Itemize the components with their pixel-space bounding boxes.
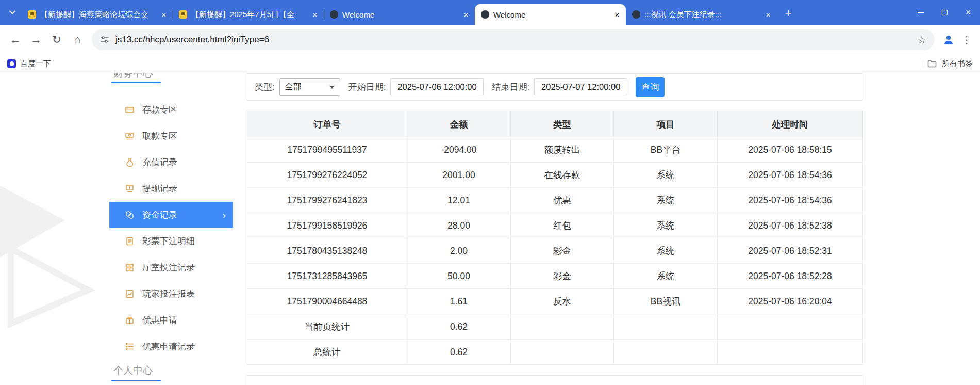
browser-tab[interactable]: :::视讯 会员下注纪录:::× (626, 4, 777, 25)
table-row: 175179927624182312.01优惠系统2025-07-06 18:5… (247, 188, 863, 213)
person-icon (942, 34, 955, 46)
records-table: 订单号金额类型项目处理时间1751799495511937-2094.00额度转… (247, 111, 863, 365)
profile-avatar[interactable] (939, 30, 958, 50)
table-cell: 50.00 (407, 264, 511, 289)
sidebar-item-promo-record[interactable]: 优惠申请记录 (109, 333, 233, 360)
sidebar-item-withdrawal-record[interactable]: 提现记录 (109, 175, 233, 202)
table-cell: 2025-07-06 16:20:04 (718, 289, 863, 314)
forward-button[interactable]: → (26, 29, 46, 50)
site-favicon-icon (330, 10, 338, 19)
table-cell: 系统 (614, 213, 718, 238)
window-controls: × (909, 0, 980, 25)
start-date-label: 开始日期: (348, 81, 386, 93)
table-cell: 反水 (511, 289, 614, 314)
sidebar-item-funds-record[interactable]: 资金记录› (109, 202, 233, 228)
end-date-input[interactable]: 2025-07-07 12:00:00 (534, 78, 627, 95)
table-cell: BB平台 (614, 137, 718, 163)
sidebar-item-label: 玩家投注报表 (142, 288, 195, 300)
table-cell: 12.01 (407, 188, 511, 213)
tab-close-icon[interactable]: × (310, 10, 320, 19)
sidebar-item-promo-apply[interactable]: 优惠申请 (109, 307, 233, 333)
site-info-icon (100, 35, 109, 44)
reload-button[interactable]: ↻ (46, 29, 67, 50)
browser-tab[interactable]: 【新提醒】海燕策略论坛综合交× (22, 4, 173, 25)
player-bet-report-icon (125, 289, 135, 299)
table-cell: BB视讯 (614, 289, 718, 314)
funds-record-icon (125, 210, 135, 220)
type-select-value: 全部 (285, 82, 302, 92)
sidebar-item-hall-bet-record[interactable]: 厅室投注记录 (109, 254, 233, 281)
sidebar-item-label: 厅室投注记录 (142, 262, 195, 274)
table-cell (511, 340, 614, 365)
browser-tab[interactable]: 【新提醒】2025年7月5日【全× (173, 4, 324, 25)
browser-menu-button[interactable]: ⋮ (958, 29, 975, 50)
table-cell: -2094.00 (407, 137, 511, 163)
site-favicon-icon (481, 10, 489, 19)
table-row: 17517804351382482.00彩金系统2025-07-06 18:52… (247, 238, 863, 264)
tab-close-icon[interactable]: × (612, 10, 622, 19)
tab-title: Welcome (342, 10, 457, 19)
table-cell: 2025-07-06 18:52:38 (718, 213, 863, 238)
table-row: 17517992762240522001.00在线存款系统2025-07-06 … (247, 163, 863, 188)
start-date-input[interactable]: 2025-07-06 12:00:00 (390, 78, 484, 95)
type-select[interactable]: 全部 (279, 78, 340, 96)
table-cell (614, 340, 718, 365)
tab-list: 【新提醒】海燕策略论坛综合交×【新提醒】2025年7月5日【全×Welcome×… (22, 0, 777, 25)
table-cell: 红包 (511, 213, 614, 238)
maximize-button[interactable] (933, 0, 956, 25)
browser-tab[interactable]: Welcome× (324, 4, 475, 25)
filter-bar: 类型: 全部 开始日期: 2025-07-06 12:00:00 结束日期: 2… (247, 73, 862, 101)
tab-strip: 【新提醒】海燕策略论坛综合交×【新提醒】2025年7月5日【全×Welcome×… (0, 0, 980, 25)
site-favicon-icon (632, 10, 640, 19)
close-window-button[interactable]: × (956, 0, 980, 25)
sidebar-item-withdraw[interactable]: 取款专区 (109, 123, 233, 149)
table-cell: 当前页统计 (247, 314, 407, 340)
bookmark-star-icon[interactable]: ☆ (913, 31, 931, 49)
sidebar-section-finance: 财务中心 (109, 73, 233, 81)
sidebar-item-player-bet-report[interactable]: 玩家投注报表 (109, 281, 233, 307)
back-button[interactable]: ← (5, 29, 26, 50)
minimize-icon (918, 12, 924, 13)
sidebar-item-recharge-record[interactable]: 充值记录 (109, 149, 233, 175)
sidebar-item-lottery-detail[interactable]: 彩票下注明细 (109, 228, 233, 254)
table-cell: 2025-07-06 18:52:28 (718, 264, 863, 289)
baidu-icon (7, 59, 16, 68)
column-header: 类型 (511, 111, 614, 137)
table-cell: 系统 (614, 163, 718, 188)
minimize-button[interactable] (909, 0, 933, 25)
table-cell: 2025-07-06 18:58:15 (718, 137, 863, 163)
tab-search-button[interactable] (5, 5, 20, 20)
tab-close-icon[interactable]: × (461, 10, 471, 19)
bookmarks-bar: 百度一下 所有书签 (0, 55, 980, 73)
finance-center-label: 财务中心 (113, 73, 233, 80)
table-cell: 总统计 (247, 340, 407, 365)
tab-close-icon[interactable]: × (763, 10, 773, 19)
table-cell: 1751799495511937 (247, 137, 407, 163)
hall-bet-record-icon (125, 263, 135, 272)
table-cell: 彩金 (511, 264, 614, 289)
table-cell: 28.00 (407, 213, 511, 238)
promo-apply-icon (125, 315, 135, 325)
bookmark-baidu[interactable]: 百度一下 (7, 59, 51, 69)
table-cell: 1751799276224052 (247, 163, 407, 188)
browser-tab[interactable]: Welcome× (475, 4, 626, 25)
summary-row: 当前页统计0.62 (247, 314, 863, 340)
summary-row: 总统计0.62 (247, 340, 863, 365)
table-cell: 1751790004664488 (247, 289, 407, 314)
column-header: 处理时间 (718, 111, 863, 137)
all-bookmarks-button[interactable]: 所有书签 (942, 59, 973, 69)
promo-record-icon (125, 342, 135, 351)
table-row: 175179915851992628.00红包系统2025-07-06 18:5… (247, 213, 863, 238)
home-button[interactable]: ⌂ (67, 29, 88, 50)
navigation-bar: ← → ↻ ⌂ js13.cc/hhcp/usercenter.html?ini… (0, 25, 980, 55)
sidebar-item-deposit[interactable]: 存款专区 (109, 97, 233, 123)
chat-favicon-icon (28, 10, 36, 19)
maximize-icon (942, 10, 948, 15)
table-cell (511, 314, 614, 340)
table-cell: 系统 (614, 264, 718, 289)
sidebar-item-label: 资金记录 (142, 209, 177, 221)
query-button[interactable]: 查询 (636, 77, 665, 97)
tab-close-icon[interactable]: × (159, 10, 169, 19)
new-tab-button[interactable]: + (781, 6, 795, 21)
url-bar[interactable]: js13.cc/hhcp/usercenter.html?iniType=6 ☆ (92, 29, 935, 50)
